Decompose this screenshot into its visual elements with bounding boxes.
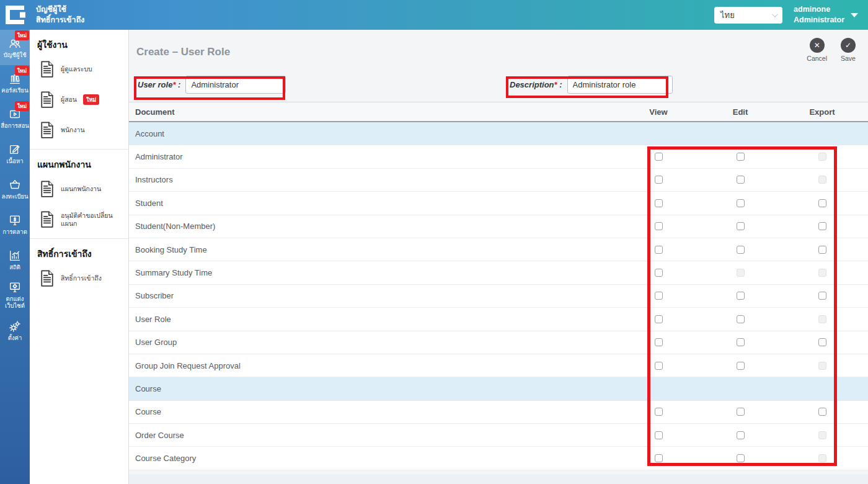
- submenu-section-title: สิทธิ์การเข้าถึง: [30, 239, 128, 263]
- table-row: Course: [129, 401, 868, 424]
- edit-checkbox: [737, 269, 745, 277]
- edit-checkbox[interactable]: [737, 292, 745, 300]
- nav-item-7[interactable]: ตกแต่งเว็บไซต์: [0, 277, 30, 313]
- document-label: Course Category: [129, 454, 618, 463]
- nav-item-0[interactable]: ใหม่ บัญชีผู้ใช้: [0, 30, 30, 65]
- document-label: Course: [129, 407, 618, 416]
- submenu-item-2-0[interactable]: สิทธิ์การเข้าถึง: [30, 263, 128, 294]
- view-checkbox[interactable]: [655, 315, 663, 323]
- edit-checkbox[interactable]: [737, 315, 745, 323]
- logo-icon: [6, 6, 24, 24]
- document-label: Summary Study Time: [129, 268, 618, 277]
- column-document: Document: [129, 107, 618, 117]
- language-value: ไทย: [720, 9, 735, 22]
- submenu-item-0-2[interactable]: พนักงาน: [30, 115, 128, 145]
- document-icon: [38, 179, 56, 199]
- page-title: Create – User Role: [136, 46, 230, 58]
- document-label: Order Course: [129, 431, 618, 440]
- sidebar-nav: ใหม่ บัญชีผู้ใช้ ใหม่ คอร์สเรียน ใหม่ สื…: [0, 30, 30, 484]
- view-checkbox[interactable]: [655, 454, 663, 462]
- export-checkbox[interactable]: [818, 222, 826, 230]
- app-title: บัญชีผู้ใช้ สิทธิ์การเข้าถึง: [36, 4, 84, 26]
- export-checkbox[interactable]: [818, 408, 826, 416]
- permissions-table: Account Administrator Instructors Studen…: [129, 122, 868, 470]
- new-badge: ใหม่: [15, 101, 29, 111]
- export-checkbox[interactable]: [818, 199, 826, 207]
- view-checkbox[interactable]: [655, 176, 663, 184]
- document-label: Student: [129, 199, 618, 208]
- nav-item-6[interactable]: สถิติ: [0, 242, 30, 277]
- submenu-item-label: พนักงาน: [61, 126, 85, 134]
- document-label: User Group: [129, 338, 618, 347]
- view-checkbox[interactable]: [655, 292, 663, 300]
- nav-item-5[interactable]: การตลาด: [0, 207, 30, 242]
- submenu-item-label: ผู้ดูแลระบบ: [61, 65, 92, 73]
- export-checkbox[interactable]: [818, 338, 826, 346]
- document-icon: [38, 269, 56, 288]
- view-checkbox[interactable]: [655, 408, 663, 416]
- edit-checkbox[interactable]: [737, 362, 745, 370]
- nav-item-1[interactable]: ใหม่ คอร์สเรียน: [0, 65, 30, 101]
- export-checkbox[interactable]: [818, 246, 826, 254]
- edit-checkbox[interactable]: [737, 338, 745, 346]
- view-checkbox[interactable]: [655, 246, 663, 254]
- column-view: View: [618, 107, 699, 117]
- table-header: Document View Edit Export: [129, 102, 868, 122]
- description-input[interactable]: [567, 76, 673, 94]
- edit-checkbox[interactable]: [737, 454, 745, 462]
- export-checkbox[interactable]: [818, 292, 826, 300]
- nav-item-label: สถิติ: [9, 264, 20, 271]
- save-button[interactable]: ✓ Save: [841, 38, 856, 62]
- document-label: Student(Non-Member): [129, 222, 618, 231]
- export-checkbox: [818, 176, 826, 184]
- user-role-input[interactable]: [185, 76, 286, 94]
- view-checkbox[interactable]: [655, 338, 663, 346]
- submenu-section-title: ผู้ใช้งาน: [30, 30, 128, 54]
- top-bar: บัญชีผู้ใช้ สิทธิ์การเข้าถึง ไทย adminon…: [0, 0, 868, 30]
- nav-item-8[interactable]: ตั้งค่า: [0, 313, 30, 348]
- user-menu[interactable]: adminone Administrator: [794, 4, 858, 26]
- app-window: บัญชีผู้ใช้ สิทธิ์การเข้าถึง ไทย adminon…: [0, 0, 868, 484]
- role-form: User role* : Description* :: [129, 67, 868, 102]
- submenu-item-0-1[interactable]: ผู้สอน ใหม่: [30, 84, 128, 115]
- cancel-button[interactable]: ✕ Cancel: [807, 38, 827, 62]
- app-logo[interactable]: [0, 6, 30, 24]
- document-icon: [38, 60, 56, 79]
- user-role: Administrator: [794, 15, 844, 26]
- nav-item-label: ตั้งค่า: [8, 335, 22, 342]
- new-badge: ใหม่: [83, 94, 99, 105]
- submenu-item-1-1[interactable]: อนุมัติคำขอเปลี่ยนแผนก: [30, 204, 128, 235]
- nav-item-4[interactable]: ลงทะเบียน: [0, 171, 30, 207]
- nav-item-2[interactable]: ใหม่ สื่อการสอน: [0, 101, 30, 136]
- table-row: Summary Study Time: [129, 261, 868, 284]
- edit-checkbox[interactable]: [737, 176, 745, 184]
- export-checkbox: [818, 269, 826, 277]
- nav-item-label: คอร์สเรียน: [1, 87, 28, 94]
- submenu-item-0-0[interactable]: ผู้ดูแลระบบ: [30, 54, 128, 84]
- language-select[interactable]: ไทย: [714, 7, 782, 24]
- description-label: Description* :: [510, 80, 562, 89]
- edit-checkbox[interactable]: [737, 153, 745, 161]
- edit-checkbox[interactable]: [737, 431, 745, 439]
- edit-checkbox[interactable]: [737, 199, 745, 207]
- edit-checkbox[interactable]: [737, 222, 745, 230]
- export-checkbox: [818, 315, 826, 323]
- view-checkbox[interactable]: [655, 222, 663, 230]
- nav-item-label: เนื้อหา: [6, 158, 23, 165]
- table-row: Instructors: [129, 169, 868, 192]
- nav-item-3[interactable]: เนื้อหา: [0, 136, 30, 171]
- view-checkbox[interactable]: [655, 199, 663, 207]
- section-label: Account: [129, 129, 618, 138]
- view-checkbox[interactable]: [655, 362, 663, 370]
- nav-item-label: ตกแต่งเว็บไซต์: [1, 296, 29, 310]
- submenu-item-1-0[interactable]: แผนกพนักงาน: [30, 174, 128, 204]
- edit-checkbox[interactable]: [737, 408, 745, 416]
- view-checkbox[interactable]: [655, 153, 663, 161]
- view-checkbox[interactable]: [655, 431, 663, 439]
- view-checkbox[interactable]: [655, 269, 663, 277]
- nav-item-label: บัญชีผู้ใช้: [3, 52, 26, 59]
- submenu-section-1: แผนกพนักงาน แผนกพนักงาน อนุมัติคำขอเปลี่…: [30, 149, 128, 238]
- edit-checkbox[interactable]: [737, 246, 745, 254]
- settings-icon: [8, 320, 22, 333]
- app-title-line1: บัญชีผู้ใช้: [36, 4, 84, 16]
